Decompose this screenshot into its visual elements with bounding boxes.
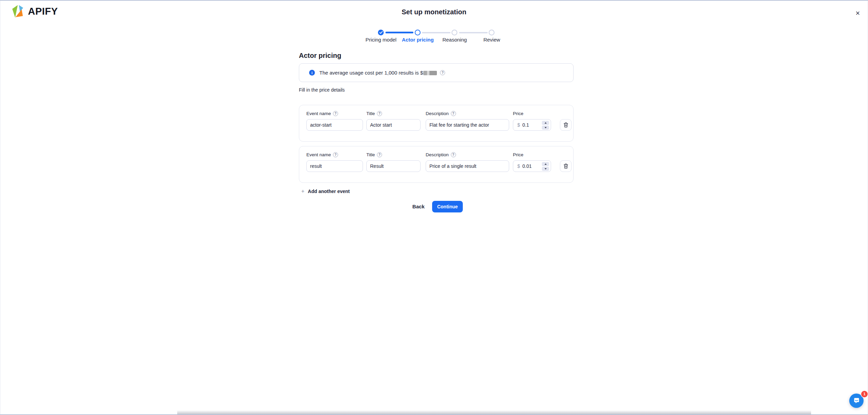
price-input[interactable] [522, 163, 538, 169]
trash-icon [563, 163, 568, 169]
section-heading: Actor pricing [299, 52, 341, 60]
notification-badge[interactable]: 1 [861, 391, 868, 397]
help-icon[interactable]: ? [377, 152, 382, 157]
title-label: Title? [366, 152, 382, 157]
stepper-up-button[interactable] [542, 121, 549, 125]
price-input[interactable] [522, 122, 538, 128]
title-input[interactable] [366, 160, 421, 172]
pricing-event-card: Event name? Title? Description? Price $ [299, 105, 574, 142]
help-icon[interactable]: ? [440, 70, 445, 75]
stepper-connector [459, 32, 488, 33]
help-icon[interactable]: ? [333, 111, 338, 116]
add-another-event-label: Add another event [308, 189, 350, 194]
page-title: Set up monetization [0, 8, 868, 16]
description-label: Description? [426, 152, 456, 157]
title-label: Title? [366, 111, 382, 116]
plus-icon: + [301, 188, 304, 194]
stepper-up-button[interactable] [542, 162, 549, 166]
stepper-connector [385, 32, 413, 33]
chat-bubble-icon [853, 397, 861, 405]
step-upcoming-circle[interactable] [489, 30, 494, 35]
help-icon[interactable]: ? [451, 152, 456, 157]
stepper-down-button[interactable] [542, 126, 549, 130]
price-stepper [542, 121, 549, 130]
arrow-up-icon [545, 122, 547, 124]
step-label-actor-pricing[interactable]: Actor pricing [402, 37, 433, 43]
close-icon[interactable]: × [852, 7, 864, 19]
help-icon[interactable]: ? [377, 111, 382, 116]
price-stepper [542, 162, 549, 171]
delete-event-button[interactable] [560, 160, 572, 172]
description-input[interactable] [426, 119, 509, 131]
step-complete-circle[interactable] [378, 30, 384, 35]
stepper-down-button[interactable] [542, 167, 549, 171]
arrow-up-icon [545, 163, 547, 165]
monetization-setup-page: { "header": { "brand": "APIFY", "title":… [0, 0, 868, 415]
back-button[interactable]: Back [408, 204, 429, 209]
help-icon[interactable]: ? [451, 111, 456, 116]
event-name-label: Event name? [306, 152, 338, 157]
title-input[interactable] [366, 119, 421, 131]
step-upcoming-circle[interactable] [452, 30, 457, 35]
trash-icon [563, 122, 568, 128]
step-label-reasoning[interactable]: Reasoning [442, 37, 467, 43]
currency-symbol: $ [517, 163, 520, 169]
step-active-circle[interactable] [415, 30, 421, 35]
event-name-input[interactable] [306, 119, 363, 131]
continue-button[interactable]: Continue [432, 201, 463, 212]
price-label: Price [513, 111, 523, 116]
currency-symbol: $ [517, 122, 520, 128]
info-banner: i The average usage cost per 1,000 resul… [299, 63, 574, 82]
event-name-label: Event name? [306, 111, 338, 116]
help-icon[interactable]: ? [333, 152, 338, 157]
add-another-event-button[interactable]: + Add another event [301, 188, 350, 194]
event-name-input[interactable] [306, 160, 363, 172]
price-input-group: $ [513, 160, 551, 172]
step-label-review[interactable]: Review [483, 37, 500, 43]
info-banner-text: The average usage cost per 1,000 results… [319, 70, 438, 76]
arrow-down-icon [545, 127, 547, 128]
subheading: Fill in the price details [299, 87, 345, 93]
stepper-connector [422, 32, 451, 33]
arrow-down-icon [545, 168, 547, 170]
description-label: Description? [426, 111, 456, 116]
redacted-value [423, 71, 437, 75]
delete-event-button[interactable] [560, 119, 572, 131]
info-icon: i [309, 70, 315, 76]
price-input-group: $ [513, 119, 551, 131]
price-label: Price [513, 152, 523, 157]
check-icon [379, 31, 383, 34]
pricing-event-card: Event name? Title? Description? Price $ [299, 146, 574, 183]
step-label-pricing-model[interactable]: Pricing model [366, 37, 397, 43]
description-input[interactable] [426, 160, 509, 172]
